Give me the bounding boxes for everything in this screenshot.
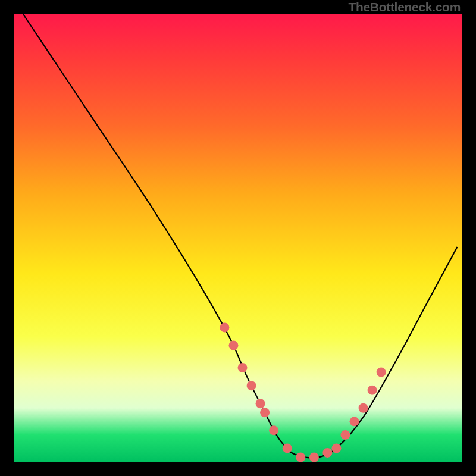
- marker-dot: [309, 452, 319, 462]
- marker-dot: [340, 430, 350, 440]
- bottleneck-line: [23, 14, 457, 458]
- marker-dot: [296, 452, 305, 462]
- marker-dot: [247, 381, 256, 390]
- marker-dots: [220, 322, 386, 462]
- watermark-text: TheBottleneck.com: [348, 0, 461, 14]
- marker-dot: [238, 363, 248, 372]
- marker-dot: [283, 443, 292, 453]
- marker-dot: [377, 368, 386, 377]
- marker-dot: [322, 448, 332, 458]
- marker-dot: [331, 443, 341, 453]
- marker-dot: [260, 408, 270, 417]
- marker-dot: [228, 340, 238, 350]
- marker-dot: [359, 403, 368, 413]
- marker-dot: [350, 416, 359, 426]
- marker-dot: [220, 322, 229, 332]
- chart-svg: [14, 14, 462, 462]
- marker-dot: [368, 386, 377, 395]
- marker-dot: [269, 425, 278, 435]
- marker-dot: [256, 399, 265, 408]
- line-curve: [23, 14, 457, 458]
